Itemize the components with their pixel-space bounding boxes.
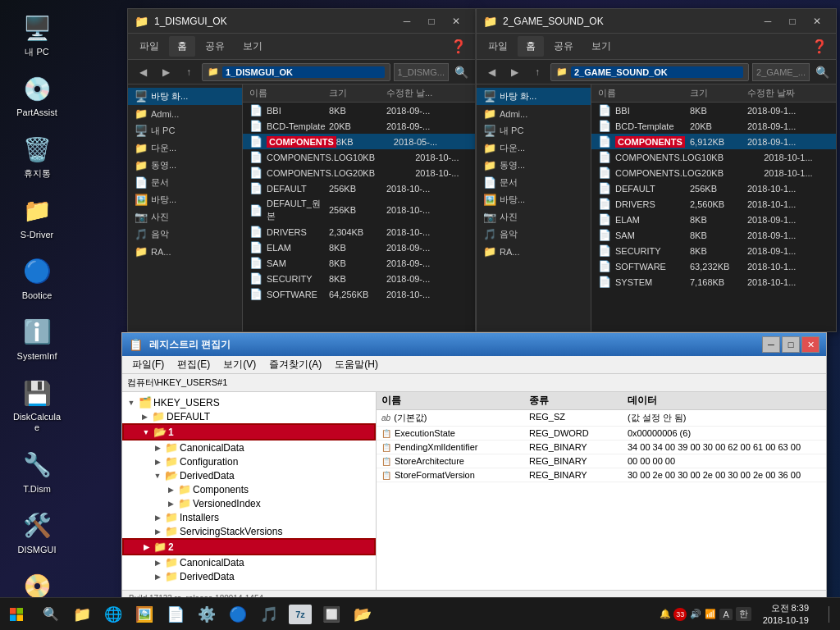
search-bar-1[interactable]: 1_DISMG... xyxy=(394,63,449,81)
sidebar-mypc-1[interactable]: 🖥️ 내 PC xyxy=(128,122,242,139)
desktop-icon-partassist[interactable]: 💿 PartAssist xyxy=(8,69,66,121)
file-row-complog2-1[interactable]: 📄COMPONENTS.LOG2 0KB 2018-10-... xyxy=(243,165,475,180)
tree-deriveddata2[interactable]: ▶ 📁 DerivedData xyxy=(122,569,376,583)
regvalue-executionstate[interactable]: 📋ExecutionState REG_DWORD 0x00000006 (6) xyxy=(377,427,826,441)
file-row-sam-1[interactable]: 📄SAM 8KB 2018-09-... xyxy=(243,255,475,271)
up-btn-1[interactable]: ↑ xyxy=(179,62,199,82)
tree-versionedindex[interactable]: ▶ 📁 VersionedIndex xyxy=(122,496,376,510)
file-row-complog1-1[interactable]: 📄COMPONENTS.LOG1 0KB 2018-10-... xyxy=(243,149,475,165)
tree-hkey-users[interactable]: ▼ 🗂️ HKEY_USERS xyxy=(122,395,376,409)
up-btn-2[interactable]: ↑ xyxy=(527,62,547,82)
search-btn-2[interactable]: 🔍 xyxy=(813,63,831,81)
desktop-icon-systeminfo[interactable]: ℹ️ SystemInf xyxy=(8,313,66,365)
tab-home-1[interactable]: 홈 xyxy=(169,36,195,57)
maximize-btn-1[interactable]: □ xyxy=(419,9,444,34)
regedit-maximize[interactable]: □ xyxy=(782,336,800,353)
sidebar-docs-1[interactable]: 📄 문서 xyxy=(128,174,242,191)
file-row-defaultorig-1[interactable]: 📄DEFAULT_원본 256KB 2018-10-... xyxy=(243,196,475,224)
file-row-default-2[interactable]: 📄DEFAULT 256KB 2018-10-1... xyxy=(591,180,836,196)
titlebar-1[interactable]: 📁 1_DISMGUI_OK ─ □ ✕ xyxy=(128,9,475,34)
taskbar-7zip[interactable]: 7z xyxy=(285,600,315,629)
sidebar-pics-2[interactable]: 📷 사진 xyxy=(477,208,591,226)
desktop-icon-bootice[interactable]: 🔵 Bootice xyxy=(8,252,66,304)
tree-default[interactable]: ▶ 📁 DEFAULT xyxy=(122,409,376,423)
show-desktop-btn[interactable] xyxy=(815,598,840,631)
file-row-complog1-2[interactable]: 📄COMPONENTS.LOG1 0KB 2018-10-1... xyxy=(591,149,836,165)
address-bar-2[interactable]: 📁 2_GAME_SOUND_OK xyxy=(550,63,749,81)
sidebar-pics-1[interactable]: 📷 사진 xyxy=(128,208,242,226)
minimize-btn-2[interactable]: ─ xyxy=(756,9,780,34)
help-btn-2[interactable]: ❓ xyxy=(806,39,833,54)
sidebar-admin-2[interactable]: 📁 Admi... xyxy=(477,105,591,122)
taskbar-folder2[interactable]: 📂 xyxy=(348,600,377,629)
tab-home-2[interactable]: 홈 xyxy=(518,36,544,57)
tree-canonicaldata[interactable]: ▶ 📁 CanonicalData xyxy=(122,441,376,454)
start-button[interactable] xyxy=(0,598,33,631)
taskbar-app1[interactable]: 🖼️ xyxy=(130,600,159,629)
tree-configuration[interactable]: ▶ 📁 Configuration xyxy=(122,454,376,468)
sidebar-desktop-2[interactable]: 🖥️ 바탕 화... xyxy=(477,88,591,105)
menu-file[interactable]: 파일(F) xyxy=(126,356,171,373)
desktop-icon-dismgui[interactable]: 🛠️ DISMGUI xyxy=(8,506,66,559)
tab-file-2[interactable]: 파일 xyxy=(480,36,516,57)
file-row-security-1[interactable]: 📄SECURITY 8KB 2018-09-... xyxy=(243,271,475,286)
sidebar-mypc-2[interactable]: 🖥️ 내 PC xyxy=(477,122,591,139)
tray-notifications[interactable]: 🔔 33 xyxy=(660,608,687,621)
file-row-bcdtemplate-1[interactable]: 📄BCD-Template 20KB 2018-09-... xyxy=(243,118,475,134)
tree-components[interactable]: ▶ 📁 Components xyxy=(122,482,376,496)
regvalue-pendingxml[interactable]: 📋PendingXmlIdentifier REG_BINARY 34 00 3… xyxy=(377,441,826,454)
tray-network[interactable]: 📶 xyxy=(705,609,716,619)
sidebar-desktop2-2[interactable]: 🖼️ 바탕... xyxy=(477,191,591,208)
tray-korean[interactable]: 한 xyxy=(736,607,751,621)
sidebar-music-2[interactable]: 🎵 음악 xyxy=(477,226,591,243)
desktop-icon-recycle[interactable]: 🗑️ 휴지통 xyxy=(8,130,66,182)
sidebar-desktop-1[interactable]: 🖥️ 바탕 화... xyxy=(128,88,242,105)
file-row-default-1[interactable]: 📄DEFAULT 256KB 2018-10-... xyxy=(243,180,475,196)
forward-btn-1[interactable]: ▶ xyxy=(156,62,176,82)
tab-file-1[interactable]: 파일 xyxy=(131,36,167,57)
help-btn-1[interactable]: ❓ xyxy=(445,39,472,54)
file-row-components-2[interactable]: 📄COMPONENTS 6,912KB 2018-09-1... xyxy=(591,134,836,149)
tree-installers[interactable]: ▶ 📁 Installers xyxy=(122,510,376,524)
close-btn-1[interactable]: ✕ xyxy=(444,9,468,34)
minimize-btn-1[interactable]: ─ xyxy=(395,9,419,34)
tree-deriveddata[interactable]: ▼ 📂 DerivedData xyxy=(122,468,376,482)
taskbar-app3[interactable]: ⚙️ xyxy=(192,600,221,629)
file-row-drivers-2[interactable]: 📄DRIVERS 2,560KB 2018-10-1... xyxy=(591,196,836,212)
file-row-sam-2[interactable]: 📄SAM 8KB 2018-09-1... xyxy=(591,227,836,243)
tree-servicingstackversions[interactable]: ▶ 📁 ServicingStackVersions xyxy=(122,524,376,538)
file-row-software-2[interactable]: 📄SOFTWARE 63,232KB 2018-10-1... xyxy=(591,258,836,274)
taskbar-clock[interactable]: 오전 8:39 2018-10-19 xyxy=(756,602,815,626)
regedit-minimize[interactable]: ─ xyxy=(762,336,780,353)
file-row-elam-2[interactable]: 📄ELAM 8KB 2018-09-1... xyxy=(591,212,836,227)
sidebar-video-2[interactable]: 📁 동영... xyxy=(477,157,591,174)
taskbar-app4[interactable]: 🔵 xyxy=(223,600,253,629)
desktop-icon-sdriver[interactable]: 📁 S-Driver xyxy=(8,191,66,244)
sidebar-download-2[interactable]: 📁 다운... xyxy=(477,139,591,157)
taskbar-app5[interactable]: 🎵 xyxy=(254,600,284,629)
desktop-icon-mypc[interactable]: 🖥️ 내 PC xyxy=(8,8,66,61)
sidebar-ram-2[interactable]: 📁 RA... xyxy=(477,243,591,260)
taskbar-app6[interactable]: 🔲 xyxy=(317,600,346,629)
tree-canonicaldata2[interactable]: ▶ 📁 CanonicalData xyxy=(122,555,376,569)
sidebar-ram-1[interactable]: 📁 RA... xyxy=(128,243,242,260)
regvalue-default[interactable]: ab(기본값) REG_SZ (값 설정 안 됨) xyxy=(377,410,826,427)
search-btn-1[interactable]: 🔍 xyxy=(452,63,470,81)
sidebar-download-1[interactable]: 📁 다운... xyxy=(128,139,242,157)
titlebar-2[interactable]: 📁 2_GAME_SOUND_OK ─ □ ✕ xyxy=(477,9,836,34)
menu-edit[interactable]: 편집(E) xyxy=(171,356,217,373)
desktop-icon-tdism[interactable]: 🔧 T.Dism xyxy=(8,445,66,498)
tab-view-1[interactable]: 보기 xyxy=(235,36,271,57)
taskbar-folder[interactable]: 📁 xyxy=(67,600,97,629)
file-row-system-2[interactable]: 📄SYSTEM 7,168KB 2018-10-1... xyxy=(591,274,836,290)
sidebar-admin-1[interactable]: 📁 Admi... xyxy=(128,105,242,122)
taskbar-ie[interactable]: 🌐 xyxy=(98,600,128,629)
tab-share-2[interactable]: 공유 xyxy=(546,36,582,57)
file-row-bbi-2[interactable]: 📄BBI 8KB 2018-09-1... xyxy=(591,103,836,118)
desktop-icon-diskcalc[interactable]: 💾 DiskCalculae xyxy=(8,373,66,436)
file-row-bcdtemplate-2[interactable]: 📄BCD-Template 20KB 2018-09-1... xyxy=(591,118,836,134)
tree-key-1[interactable]: ▼ 📂 1 xyxy=(122,423,376,441)
file-row-components-1[interactable]: 📄COMPONENTS 8KB 2018-05-... xyxy=(243,134,475,149)
sidebar-docs-2[interactable]: 📄 문서 xyxy=(477,174,591,191)
search-bar-2[interactable]: 2_GAME_... xyxy=(752,63,810,81)
